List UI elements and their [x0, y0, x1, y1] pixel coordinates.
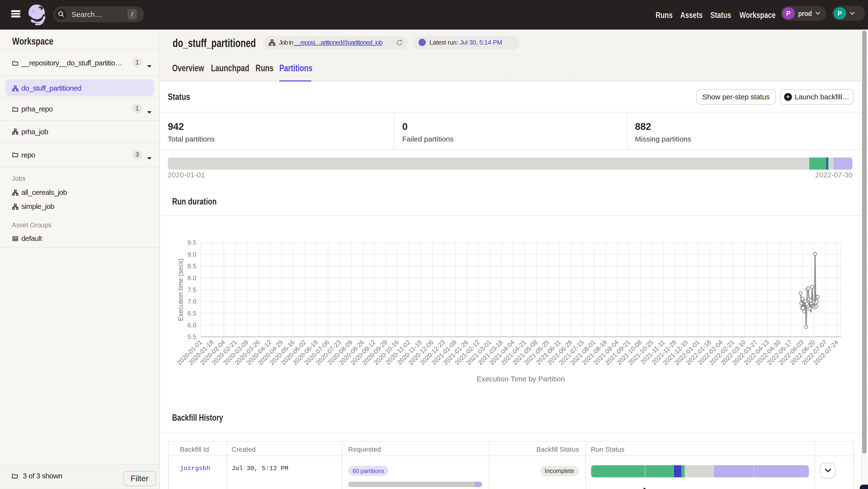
svg-text:7.0: 7.0	[187, 298, 196, 305]
svg-text:9.0: 9.0	[187, 251, 196, 258]
svg-text:7.5: 7.5	[187, 286, 196, 293]
svg-text:6.5: 6.5	[187, 310, 196, 317]
svg-text:8.0: 8.0	[187, 274, 196, 282]
svg-text:8.5: 8.5	[187, 262, 196, 270]
svg-text:9.5: 9.5	[187, 239, 196, 246]
svg-text:5.5: 5.5	[187, 333, 196, 340]
svg-text:Execution Time by Partition: Execution Time by Partition	[477, 375, 565, 383]
svg-text:6.0: 6.0	[187, 322, 196, 329]
svg-text:Execution time (secs): Execution time (secs)	[177, 259, 184, 321]
